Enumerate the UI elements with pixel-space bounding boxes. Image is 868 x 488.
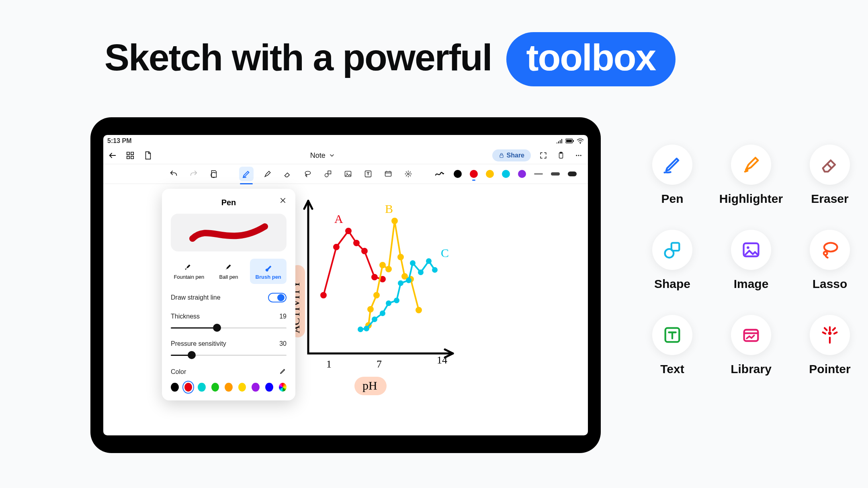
svg-point-32 xyxy=(386,267,391,272)
text-icon xyxy=(652,315,692,355)
pen-tool[interactable] xyxy=(239,167,254,181)
svg-point-9 xyxy=(580,155,581,156)
toolbox-item-library: Library xyxy=(712,315,790,376)
stroke-med[interactable] xyxy=(551,172,560,176)
color-cyan[interactable] xyxy=(502,170,510,178)
toolbox-label: Lasso xyxy=(813,277,848,291)
headline-text: Sketch with a powerful xyxy=(104,37,492,78)
color-purple[interactable] xyxy=(518,170,526,178)
share-button[interactable]: Share xyxy=(492,149,531,161)
svg-point-54 xyxy=(824,243,837,252)
svg-point-22 xyxy=(334,245,339,249)
svg-point-23 xyxy=(346,229,351,233)
swatch-blue[interactable] xyxy=(265,383,273,392)
pen-type-fountain[interactable]: Fountain pen xyxy=(171,259,207,284)
signal-icon xyxy=(557,139,563,143)
toolbox-label: Pointer xyxy=(809,362,850,376)
svg-rect-13 xyxy=(328,171,331,174)
chevron-down-icon xyxy=(329,152,335,159)
more-button[interactable] xyxy=(573,150,584,161)
swatch-purple[interactable] xyxy=(252,383,260,392)
swatch-orange[interactable] xyxy=(225,383,233,392)
svg-point-25 xyxy=(362,249,367,253)
color-section-label: Color xyxy=(171,368,186,376)
library-tool[interactable] xyxy=(382,168,394,180)
close-button[interactable] xyxy=(279,197,287,206)
svg-point-38 xyxy=(358,327,362,331)
text-tool[interactable] xyxy=(362,168,374,180)
status-icons xyxy=(557,139,584,144)
highlighter-tool[interactable] xyxy=(262,168,274,180)
svg-point-34 xyxy=(398,255,403,259)
toolbox-grid: Pen Highlighter Eraser Shape Image xyxy=(633,145,866,376)
svg-point-3 xyxy=(580,143,581,143)
shape-tool[interactable] xyxy=(322,168,334,180)
document-title-button[interactable]: Note xyxy=(310,151,335,160)
headline: Sketch with a powerful toolbox xyxy=(104,32,676,86)
lasso-tool[interactable] xyxy=(302,168,314,180)
toolbox-label: Library xyxy=(731,362,772,376)
stroke-preview xyxy=(171,214,287,251)
library-icon xyxy=(731,315,771,355)
squiggle-style[interactable] xyxy=(434,168,446,180)
swatch-green[interactable] xyxy=(211,383,219,392)
swatch-red[interactable] xyxy=(184,383,192,392)
color-red[interactable] xyxy=(470,170,478,178)
clipboard-button[interactable] xyxy=(556,150,566,161)
svg-point-40 xyxy=(373,317,377,321)
x-tick-1: 1 xyxy=(326,358,332,370)
svg-point-35 xyxy=(402,274,407,279)
stroke-thin[interactable] xyxy=(534,173,543,175)
svg-rect-4 xyxy=(500,155,503,157)
page-add-button[interactable] xyxy=(143,150,153,161)
lasso-icon xyxy=(810,230,850,270)
svg-rect-57 xyxy=(744,330,758,341)
svg-rect-17 xyxy=(385,172,391,176)
fullscreen-button[interactable] xyxy=(538,150,549,161)
eraser-tool[interactable] xyxy=(282,168,294,180)
swatch-custom[interactable] xyxy=(279,383,287,392)
svg-point-24 xyxy=(354,241,359,245)
toolbox-label: Pen xyxy=(661,192,683,206)
redo-button[interactable] xyxy=(188,168,200,180)
pen-type-label: Brush pen xyxy=(256,274,281,280)
svg-point-39 xyxy=(364,327,368,331)
svg-point-18 xyxy=(407,173,409,175)
pointer-tool[interactable] xyxy=(402,168,414,180)
thickness-value: 19 xyxy=(279,313,287,320)
thickness-slider[interactable] xyxy=(171,326,287,330)
toolbox-item-pen: Pen xyxy=(633,145,712,206)
svg-point-58 xyxy=(828,331,832,335)
svg-point-33 xyxy=(392,218,397,223)
svg-point-10 xyxy=(305,171,310,174)
readonly-button[interactable] xyxy=(208,168,220,180)
image-tool[interactable] xyxy=(342,168,354,180)
back-button[interactable] xyxy=(107,150,118,161)
swatch-yellow[interactable] xyxy=(238,383,246,392)
pen-type-ball[interactable]: Ball pen xyxy=(211,259,247,284)
swatch-black[interactable] xyxy=(171,383,179,392)
pressure-slider[interactable] xyxy=(171,353,287,357)
tablet-frame: 5:13 PM xyxy=(90,117,601,453)
pen-type-label: Fountain pen xyxy=(174,274,204,280)
close-icon xyxy=(279,197,287,204)
toolbox-item-eraser: Eraser xyxy=(790,145,868,206)
status-bar: 5:13 PM xyxy=(103,135,588,147)
color-yellow[interactable] xyxy=(486,170,494,178)
pen-type-brush[interactable]: Brush pen xyxy=(250,259,287,284)
svg-point-43 xyxy=(395,298,399,302)
color-black[interactable] xyxy=(454,170,462,178)
toolbox-item-highlighter: Highlighter xyxy=(712,145,790,206)
straight-line-toggle[interactable] xyxy=(268,293,287,302)
eraser-icon xyxy=(810,145,850,185)
toolbox-label: Shape xyxy=(654,277,690,291)
stroke-thick[interactable] xyxy=(568,172,577,176)
edit-colors-button[interactable] xyxy=(279,368,287,376)
pages-button[interactable] xyxy=(125,150,135,161)
document-title: Note xyxy=(310,151,326,160)
swatch-cyan[interactable] xyxy=(198,383,206,392)
status-time: 5:13 PM xyxy=(107,137,131,145)
undo-button[interactable] xyxy=(168,168,180,180)
svg-point-47 xyxy=(419,270,423,274)
pen-settings-popover: Pen Fountain pen Ball pen xyxy=(162,189,295,400)
